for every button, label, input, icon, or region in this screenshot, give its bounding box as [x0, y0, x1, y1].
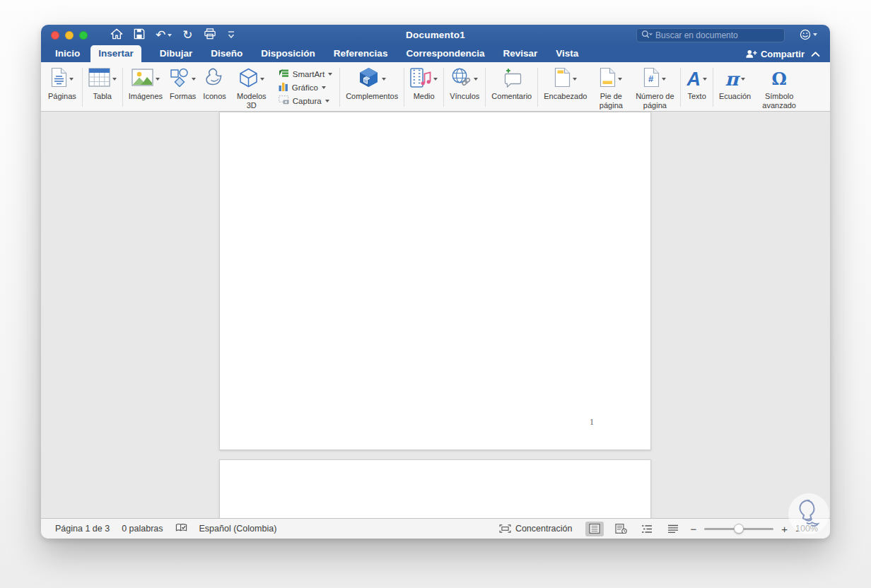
medio-label: Medio — [414, 92, 435, 101]
paginas-caret-icon — [69, 78, 74, 81]
language-indicator[interactable]: Español (Colombia) — [199, 524, 277, 534]
smartart-button[interactable]: SmartArt — [279, 69, 332, 79]
tab-dibujar[interactable]: Dibujar — [160, 45, 193, 62]
focus-mode-button[interactable]: Concentración — [499, 524, 573, 534]
spellcheck-icon[interactable] — [175, 523, 187, 535]
group-separator — [339, 68, 340, 107]
save-icon[interactable] — [134, 28, 145, 42]
search-input[interactable] — [655, 30, 780, 40]
ecuacion-button[interactable]: π Ecuación — [715, 64, 754, 111]
captura-button[interactable]: Captura — [279, 95, 332, 106]
window-title: Documento1 — [406, 30, 465, 40]
encabezado-label: Encabezado — [544, 92, 587, 101]
imagenes-button[interactable]: Imágenes — [125, 64, 166, 111]
fullscreen-button[interactable] — [79, 31, 88, 40]
illustrations-stack: SmartArt Gráfico Captura — [274, 64, 337, 111]
numero-de-pagina-label: Número de página — [635, 92, 674, 110]
status-bar: Página 1 de 3 0 palabras Español (Colomb… — [41, 518, 830, 539]
tabla-button[interactable]: Tabla — [85, 64, 120, 111]
zoom-slider-thumb[interactable] — [734, 524, 744, 534]
feedback-button[interactable] — [800, 29, 817, 40]
simbolo-avanzado-button[interactable]: Ω Símbolo avanzado — [754, 64, 804, 111]
table-icon — [88, 68, 110, 90]
zoom-in-button[interactable]: + — [781, 524, 788, 534]
redo-icon[interactable]: ↻ — [182, 29, 192, 41]
outline-view-button[interactable] — [638, 522, 656, 536]
word-count[interactable]: 0 palabras — [122, 524, 163, 534]
zoom-percentage[interactable]: 100% — [795, 524, 818, 534]
formas-button[interactable]: Formas — [166, 64, 199, 111]
screenshot-icon — [279, 95, 289, 106]
tab-disposicion[interactable]: Disposición — [261, 45, 315, 62]
page-indicator[interactable]: Página 1 de 3 — [55, 524, 110, 534]
quick-access-toolbar: ↶ ↻ — [110, 28, 235, 42]
modelos-3d-caret-icon — [260, 78, 264, 81]
smartart-icon — [279, 69, 289, 79]
complementos-button[interactable]: Complementos — [342, 64, 402, 111]
pie-de-pagina-label: Pie de página — [594, 92, 628, 110]
paginas-label: Páginas — [48, 92, 76, 101]
home-icon[interactable] — [110, 28, 123, 42]
undo-caret-icon[interactable] — [168, 34, 172, 37]
tab-correspondencia[interactable]: Correspondencia — [406, 45, 484, 62]
tab-diseno[interactable]: Diseño — [211, 45, 242, 62]
share-button[interactable]: Compartir — [745, 49, 805, 59]
cube-3d-icon — [239, 68, 258, 90]
text-a-icon: A — [686, 69, 701, 90]
vinculos-button[interactable]: Vínculos — [446, 64, 483, 111]
document-page-2[interactable] — [219, 459, 651, 518]
texto-button[interactable]: A Texto — [683, 64, 711, 111]
tab-referencias[interactable]: Referencias — [334, 45, 388, 62]
comentario-button[interactable]: Comentario — [488, 64, 535, 111]
ecuacion-caret-icon — [741, 78, 745, 81]
tab-inicio[interactable]: Inicio — [55, 45, 80, 62]
group-separator — [82, 68, 83, 107]
group-separator — [713, 68, 713, 107]
encabezado-button[interactable]: Encabezado — [540, 64, 590, 111]
smiley-icon — [800, 29, 811, 40]
draft-view-button[interactable] — [664, 522, 682, 536]
word-window: ↶ ↻ Documento1 Inicio Insertar Dibuja — [41, 25, 830, 539]
captura-caret-icon — [325, 100, 329, 102]
tab-revisar[interactable]: Revisar — [503, 45, 537, 62]
zoom-slider[interactable] — [704, 528, 773, 530]
group-separator — [443, 68, 444, 107]
close-button[interactable] — [51, 31, 59, 40]
group-separator — [404, 68, 404, 107]
customize-toolbar-icon[interactable] — [227, 29, 235, 42]
search-box[interactable] — [636, 28, 785, 42]
vinculos-caret-icon — [474, 78, 478, 81]
document-canvas: 1 — [41, 112, 830, 518]
modelos-3d-button[interactable]: Modelos 3D — [230, 64, 274, 111]
footer-icon — [600, 67, 616, 90]
reading-view-button[interactable] — [612, 522, 630, 536]
tab-vista[interactable]: Vista — [556, 45, 578, 62]
minimize-button[interactable] — [65, 31, 74, 40]
vinculos-label: Vínculos — [450, 92, 479, 101]
undo-button[interactable]: ↶ — [156, 29, 172, 41]
document-page-1[interactable]: 1 — [219, 112, 651, 450]
collapse-ribbon-icon[interactable] — [811, 47, 820, 60]
print-layout-view-button[interactable] — [585, 522, 604, 536]
imagenes-label: Imágenes — [129, 92, 163, 101]
iconos-button[interactable]: Iconos — [199, 64, 229, 111]
tab-insertar[interactable]: Insertar — [90, 45, 141, 62]
picture-icon — [131, 69, 153, 89]
texto-label: Texto — [687, 92, 706, 101]
tabla-caret-icon — [112, 78, 117, 81]
add-ins-cube-icon — [358, 66, 380, 91]
medio-button[interactable]: Medio — [407, 64, 441, 111]
captura-label: Captura — [293, 97, 322, 105]
print-icon[interactable] — [204, 28, 216, 42]
grafico-caret-icon — [322, 86, 326, 89]
pie-de-pagina-button[interactable]: Pie de página — [590, 64, 631, 111]
duck-icon — [205, 68, 224, 90]
imagenes-caret-icon — [156, 78, 160, 81]
paginas-button[interactable]: Páginas — [45, 64, 80, 111]
page-number-icon: # — [643, 67, 660, 90]
grafico-button[interactable]: Gráfico — [279, 82, 332, 93]
numero-de-pagina-button[interactable]: # Número de página — [631, 64, 678, 111]
zoom-out-button[interactable]: − — [690, 524, 696, 534]
complementos-label: Complementos — [346, 92, 398, 101]
grafico-label: Gráfico — [292, 83, 318, 92]
